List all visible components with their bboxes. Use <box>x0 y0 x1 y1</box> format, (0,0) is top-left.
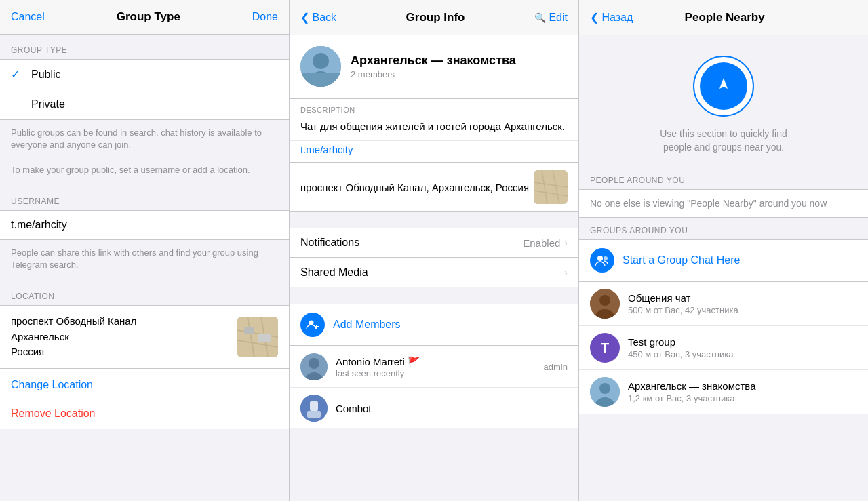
nearby-group-0[interactable]: Общения чат 500 м от Вас, 42 участника <box>579 281 868 325</box>
back-label-nearby: Назад <box>601 12 633 23</box>
start-group-label: Start a Group Chat Here <box>623 254 740 266</box>
add-members-icon <box>300 313 325 337</box>
group-location-row: проспект Обводный Канал, Архангельск, Ро… <box>290 163 578 212</box>
group-profile-info: Архангельск — знакомства 2 members <box>351 54 516 79</box>
notifications-chevron-icon: › <box>564 237 568 248</box>
member-status-0: last seen recently <box>336 368 544 378</box>
group-info-scroll: Архангельск — знакомства 2 members DESCR… <box>290 35 578 501</box>
map-thumbnail <box>237 317 278 357</box>
username-field[interactable]: t.me/arhcity <box>0 210 289 240</box>
edit-label: Edit <box>549 12 568 23</box>
compass-outer-ring <box>693 56 754 117</box>
groups-around-label: GROUPS AROUND YOU <box>579 218 868 239</box>
member-avatar-0 <box>300 353 328 380</box>
svg-point-20 <box>309 358 319 369</box>
nearby-group-name-0: Общения чат <box>628 292 857 304</box>
remove-location-button[interactable]: Remove Location <box>0 401 289 429</box>
people-empty-message: No one else is viewing "People Nearby" a… <box>579 189 868 218</box>
member-row-0[interactable]: Antonio Marreti 🚩 last seen recently adm… <box>290 346 578 387</box>
public-info-text: Public groups can be found in search, ch… <box>0 120 289 186</box>
username-section-label: USERNAME <box>0 186 289 210</box>
notifications-label: Notifications <box>300 237 523 249</box>
back-label: Back <box>312 12 336 23</box>
svg-rect-11 <box>534 170 568 204</box>
people-nearby-panel: ❮ Назад People Nearby Use this section t… <box>579 0 868 501</box>
svg-rect-23 <box>310 401 318 411</box>
cancel-button[interactable]: Cancel <box>11 8 45 26</box>
shared-media-chevron-icon: › <box>564 267 568 278</box>
group-link[interactable]: t.me/arhcity <box>290 140 578 162</box>
nearby-group-info-2: Архангельск — знакомства 1,2 км от Вас, … <box>628 380 857 403</box>
start-group-icon <box>590 248 614 273</box>
nearby-group-avatar-2 <box>590 377 620 407</box>
location-section-label: LOCATION <box>0 281 289 305</box>
svg-point-28 <box>599 295 610 306</box>
shared-media-row[interactable]: Shared Media › <box>290 258 578 287</box>
private-option[interactable]: ✓ Private <box>0 89 289 119</box>
group-members: 2 members <box>351 69 516 79</box>
nearby-group-initial-1: T <box>601 340 609 356</box>
group-info-panel: ❮ Back Group Info 🔍 Edit Архангельск — з… <box>290 0 579 501</box>
group-type-scroll: GROUP TYPE ✓ Public ✓ Private Public gro… <box>0 35 289 501</box>
back-chevron-icon: ❮ <box>300 12 309 23</box>
nearby-group-1[interactable]: T Test group 450 м от Вас, 3 участника <box>579 325 868 369</box>
public-option[interactable]: ✓ Public <box>0 60 289 89</box>
svg-point-8 <box>313 53 329 69</box>
back-button-nearby[interactable]: ❮ Назад <box>590 8 633 26</box>
group-type-options: ✓ Public ✓ Private <box>0 59 289 120</box>
member-name-1: Combot <box>336 403 568 414</box>
compass-inner-circle <box>700 62 747 110</box>
people-nearby-title: People Nearby <box>685 11 765 24</box>
nearby-group-info-1: Test group 450 м от Вас, 3 участника <box>628 336 857 359</box>
svg-point-25 <box>597 256 603 261</box>
location-card: проспект Обводный КаналАрхангельскРоссия <box>0 305 289 369</box>
nearby-group-avatar-1: T <box>590 333 620 363</box>
group-profile-section: Архангельск — знакомства 2 members <box>290 35 578 98</box>
done-button[interactable]: Done <box>252 8 278 26</box>
member-avatar-1 <box>300 395 328 422</box>
member-row-1[interactable]: Combot <box>290 387 578 428</box>
compass-section: Use this section to quickly find people … <box>579 35 868 167</box>
group-type-section-label: GROUP TYPE <box>0 35 289 59</box>
description-text: Чат для общения жителей и гостей города … <box>290 117 578 140</box>
group-info-title: Group Info <box>406 11 465 24</box>
username-info-text: People can share this link with others a… <box>0 240 289 281</box>
svg-point-26 <box>604 256 608 260</box>
private-label: Private <box>31 98 65 111</box>
description-section: DESCRIPTION Чат для общения жителей и го… <box>290 98 578 163</box>
add-members-button[interactable]: Add Members <box>290 304 578 346</box>
nearby-group-sub-2: 1,2 км от Вас, 3 участника <box>628 393 857 403</box>
description-label: DESCRIPTION <box>290 99 578 117</box>
nearby-group-2[interactable]: Архангельск — знакомства 1,2 км от Вас, … <box>579 369 868 414</box>
edit-button[interactable]: 🔍 Edit <box>534 9 568 26</box>
notifications-value: Enabled <box>523 237 560 249</box>
group-type-panel: Cancel Group Type Done GROUP TYPE ✓ Publ… <box>0 0 290 501</box>
shared-media-label: Shared Media <box>300 266 564 279</box>
nearby-group-avatar-0 <box>590 289 620 319</box>
search-icon: 🔍 <box>534 12 546 23</box>
public-label: Public <box>31 68 61 81</box>
notifications-row[interactable]: Notifications Enabled › <box>290 228 578 258</box>
divider1 <box>290 212 578 220</box>
group-type-header: Cancel Group Type Done <box>0 0 289 35</box>
divider2 <box>290 287 578 296</box>
nearby-group-sub-0: 500 м от Вас, 42 участника <box>628 305 857 315</box>
member-info-1: Combot <box>336 403 568 414</box>
group-info-header: ❮ Back Group Info 🔍 Edit <box>290 0 578 35</box>
svg-rect-10 <box>300 73 341 87</box>
back-button[interactable]: ❮ Back <box>300 8 336 26</box>
group-name: Архангельск — знакомства <box>351 54 516 68</box>
location-text: проспект Обводный КаналАрхангельскРоссия <box>11 314 237 360</box>
start-group-button[interactable]: Start a Group Chat Here <box>579 239 868 281</box>
member-name-0: Antonio Marreti 🚩 <box>336 356 544 368</box>
compass-description: Use this section to quickly find people … <box>649 127 798 154</box>
nearby-group-info-0: Общения чат 500 м от Вас, 42 участника <box>628 292 857 315</box>
change-location-button[interactable]: Change Location <box>0 369 289 401</box>
group-location-map <box>534 170 568 204</box>
people-nearby-header: ❮ Назад People Nearby <box>579 0 868 35</box>
svg-rect-5 <box>244 327 254 334</box>
people-nearby-scroll: Use this section to quickly find people … <box>579 35 868 501</box>
group-type-title: Group Type <box>117 10 180 24</box>
nearby-group-sub-1: 450 м от Вас, 3 участника <box>628 349 857 359</box>
nearby-group-name-2: Архангельск — знакомства <box>628 380 857 392</box>
